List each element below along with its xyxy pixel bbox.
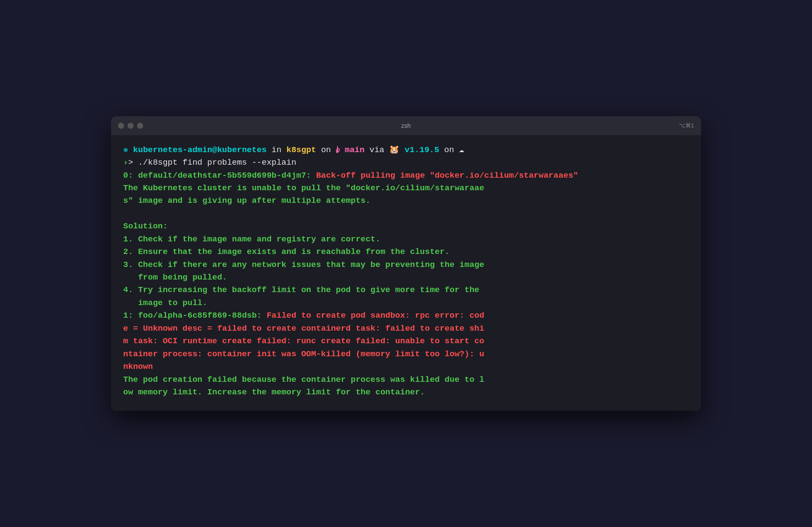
traffic-lights: [118, 123, 143, 129]
error0-label: 0: default/deathstar-5b559d699b-d4jm7:: [123, 171, 311, 180]
window-title: zsh: [401, 122, 411, 129]
prompt-branch: main: [345, 145, 365, 155]
error1-msg-e: nknown: [123, 361, 689, 373]
error1-label: 1: foo/alpha-6c85f869-88dsb:: [123, 311, 262, 320]
prompt-user: kubernetes-admin@kubernetes: [133, 145, 267, 155]
close-button[interactable]: [118, 123, 124, 129]
terminal-body: ❋ kubernetes-admin@kubernetes in k8sgpt …: [111, 135, 701, 411]
error1-msg-a: Failed to create pod sandbox: rpc error:…: [267, 311, 485, 320]
prompt-dir: k8sgpt: [286, 145, 316, 155]
command-line: ›> ./k8sgpt find problems --explain: [123, 156, 689, 169]
desc1-line2: ow memory limit. Increase the memory lim…: [123, 386, 689, 399]
blank1: [123, 208, 689, 220]
error1-msg-d: ntainer process: container init was OOM-…: [123, 348, 689, 361]
desc1-line1: The pod creation failed because the cont…: [123, 374, 689, 386]
window-shortcut: ⌥⌘1: [679, 122, 694, 129]
solution2: 2. Ensure that the image exists and is r…: [123, 246, 689, 258]
solution1: 1. Check if the image name and registry …: [123, 233, 689, 246]
error1-msg-b: e = Unknown desc = failed to create cont…: [123, 322, 689, 335]
error1-line: 1: foo/alpha-6c85f869-88dsb: Failed to c…: [123, 309, 689, 322]
minimize-button[interactable]: [128, 123, 134, 129]
error1-msg-c: m task: OCI runtime create failed: runc …: [123, 335, 689, 348]
titlebar: zsh ⌥⌘1: [111, 116, 701, 135]
solution3b: from being pulled.: [123, 271, 689, 284]
error0-line: 0: default/deathstar-5b559d699b-d4jm7: B…: [123, 169, 689, 182]
solution4b: image to pull.: [123, 297, 689, 309]
solution-label: Solution:: [123, 220, 689, 233]
prompt-version: v1.19.5: [405, 145, 439, 155]
desc0-line2: s" image and is giving up after multiple…: [123, 195, 689, 207]
maximize-button[interactable]: [137, 123, 143, 129]
error0-msg: Back-off pulling image "docker.io/cilium…: [316, 171, 578, 180]
terminal-window: zsh ⌥⌘1 ❋ kubernetes-admin@kubernetes in…: [111, 116, 701, 411]
solution3a: 3. Check if there are any network issues…: [123, 259, 689, 271]
command-text: > ./k8sgpt find problems --explain: [128, 158, 296, 167]
solution4a: 4. Try increasing the backoff limit on t…: [123, 284, 689, 296]
prompt-line: ❋ kubernetes-admin@kubernetes in k8sgpt …: [123, 144, 689, 156]
desc0-line1: The Kubernetes cluster is unable to pull…: [123, 182, 689, 195]
